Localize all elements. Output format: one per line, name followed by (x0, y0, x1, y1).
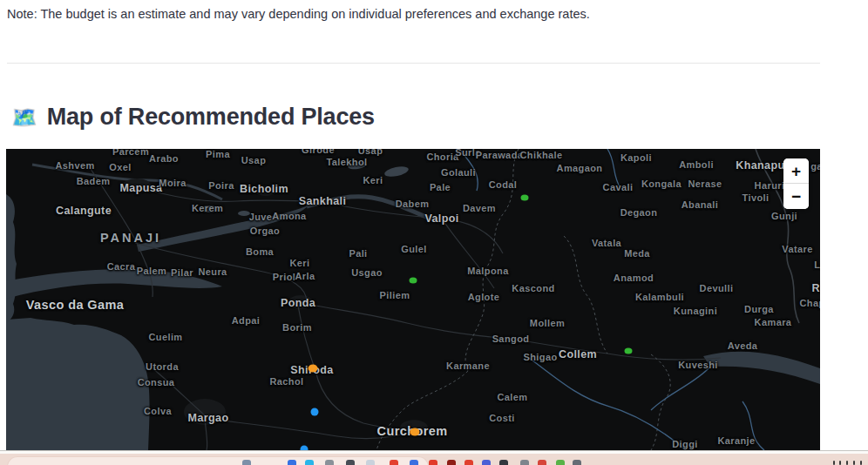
map-basemap (6, 149, 820, 450)
map-marker-orange[interactable] (309, 365, 318, 373)
taskbar-app-icon[interactable] (520, 460, 529, 465)
taskbar-app-icon[interactable] (429, 460, 437, 465)
clock-digit-mark (846, 461, 848, 465)
map-container[interactable]: ParcemAraboPimaUsapGirodeUsapTalekholCho… (6, 149, 820, 450)
map-marker-green[interactable] (410, 278, 417, 284)
map-marker-blue[interactable] (311, 408, 319, 416)
taskbar-app-icon[interactable] (305, 460, 314, 465)
taskbar-app-icon[interactable] (366, 460, 375, 465)
taskbar-app-icon[interactable] (465, 460, 473, 465)
map-marker-green[interactable] (625, 348, 633, 354)
taskbar-app-icon[interactable] (447, 460, 456, 465)
clock-digit-mark (833, 461, 835, 465)
page: Note: The budget is an estimate and may … (0, 0, 868, 465)
map-zoom-control: + − (783, 158, 809, 209)
clock-digit-mark (839, 461, 841, 465)
taskbar-app-icon[interactable] (556, 460, 565, 465)
taskbar-app-icon[interactable] (288, 460, 296, 465)
taskbar-app-icon[interactable] (242, 460, 251, 465)
taskbar-app-icon[interactable] (325, 460, 334, 465)
map-marker-green[interactable] (521, 195, 529, 201)
taskbar-app-icon[interactable] (390, 460, 398, 465)
section-divider (7, 63, 820, 64)
section-heading: 🗺️ Map of Recommended Places (11, 104, 375, 131)
taskbar-app-icon[interactable] (410, 460, 418, 465)
clock-digit-mark (853, 461, 855, 465)
taskbar-app-icon[interactable] (346, 460, 355, 465)
taskbar-app-icon[interactable] (499, 460, 508, 465)
section-title: Map of Recommended Places (47, 104, 375, 131)
zoom-in-button[interactable]: + (783, 158, 809, 184)
taskbar-app-icon[interactable] (573, 460, 581, 465)
world-map-emoji-icon: 🗺️ (11, 105, 37, 130)
clock-digit-mark (860, 461, 862, 465)
background-window-strip (0, 450, 868, 465)
map-marker-orange[interactable] (410, 428, 420, 436)
window-top-edge (0, 451, 868, 454)
taskbar-app-icon[interactable] (538, 460, 546, 465)
taskbar-app-icon[interactable] (482, 460, 491, 465)
zoom-out-button[interactable]: − (783, 184, 809, 209)
note-text: Note: The budget is an estimate and may … (7, 7, 590, 21)
